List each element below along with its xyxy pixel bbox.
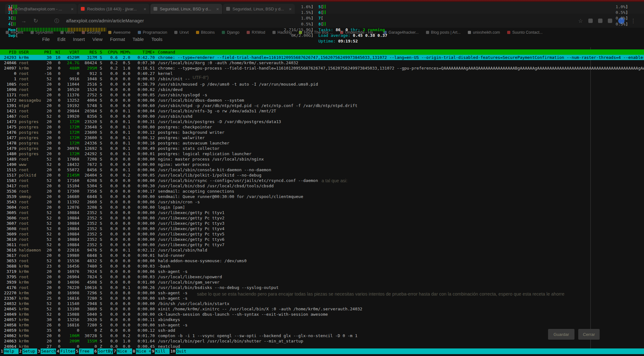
process-row[interactable]: 24059kr0m35000Z0.00.00:00.12ssh-add <box>0 328 644 333</box>
meter-bracket: [ <box>11 4 13 9</box>
process-row[interactable]: 3417root200151045304S0.00.00:00.30/usr/l… <box>0 183 644 189</box>
process-row[interactable]: 3609root520108842352S0.00.00:00.00/usr/l… <box>0 231 644 237</box>
process-row[interactable]: 1391ntpd200191925748S0.00.00:00.60/usr/s… <box>0 103 644 108</box>
process-row[interactable]: 24049kr0m520150885040S0.00.00:00.00ck-la… <box>0 312 644 317</box>
meter-bracket: ] <box>311 27 313 32</box>
process-row[interactable]: 1372messagebu200132524004S0.00.00:00.06/… <box>0 98 644 103</box>
process-row[interactable]: 24063kr0m200209M155MS0.01.00:01.64/usr/l… <box>0 338 644 344</box>
meter-3: 3[1.0%] <box>8 15 313 21</box>
meter-fill <box>13 10 18 14</box>
process-row[interactable]: 1421root2002984420384S0.00.10:00.04/usr/… <box>0 108 644 114</box>
process-row[interactable]: 1473postgres200172M23520S0.00.10:00.31/u… <box>0 119 644 124</box>
process-row[interactable]: 3539smmsp200166806848S0.00.00:00.00sendm… <box>0 194 644 199</box>
process-row[interactable]: 22270kr0m200169087296S0.00.00:00.00ssh-a… <box>0 290 644 296</box>
column-header-command[interactable]: Command <box>155 49 644 55</box>
process-row[interactable]: 3795root200269047824S0.00.00:00.03/usr/l… <box>0 274 644 280</box>
fkey-label: SortBy <box>98 348 113 354</box>
column-header-res[interactable]: RES <box>79 49 97 55</box>
process-row[interactable]: 1490www520184327672S0.00.00:00.00nginx: … <box>0 162 644 167</box>
fkey-label: Setup <box>22 348 37 354</box>
process-row[interactable]: 1root52099161048S0.00.00:00.03/sbin/init… <box>0 76 644 82</box>
tasks-sep: , <box>340 27 345 32</box>
process-row[interactable]: 23367kr0m250168167280S0.00.00:00.00ssh-a… <box>0 296 644 301</box>
fkey-kill[interactable]: 9Kill <box>151 348 170 354</box>
meter-bracket: ] <box>625 22 628 26</box>
fkey-setup[interactable]: 2Setup <box>19 348 37 354</box>
meter-track: 1.6% <box>13 4 311 9</box>
column-header-pri[interactable]: PRI <box>41 49 52 55</box>
process-row[interactable]: 1515root200550728456S0.00.10:00.06/usr/l… <box>0 167 644 172</box>
column-header-s[interactable]: S <box>97 49 105 55</box>
column-header-pid[interactable]: PID <box>0 49 16 55</box>
process-row[interactable]: 3543root200113922660S0.00.00:00.06/usr/s… <box>0 199 644 205</box>
column-header-time[interactable]: TIME+ <box>130 49 155 55</box>
process-row[interactable]: 24045kr0m520131003860S0.00.00:00.00xinit… <box>0 306 644 312</box>
uptime-line: Uptime: 09:19:52 <box>318 38 628 44</box>
process-row[interactable]: 1476postgres200172M23600S0.00.10:00.12po… <box>0 130 644 135</box>
meter-value: 0.5% <box>616 22 625 26</box>
process-row[interactable]: 1583root520171606208S0.00.00:00.00/usr/l… <box>0 178 644 183</box>
column-header-mem[interactable]: MEM% <box>118 49 130 55</box>
meter-2: 2[1.5%] <box>8 9 313 15</box>
process-row[interactable]: 1477postgres200172M23600S0.00.10:00.12po… <box>0 135 644 140</box>
process-row[interactable]: 1467root520199208356S0.00.00:00.00/usr/s… <box>0 114 644 119</box>
process-row[interactable]: 1171root200113762752S0.00.00:00.05/usr/s… <box>0 92 644 98</box>
process-row[interactable]: 3719kr0m200169767024S0.00.00:00.06ssh-ag… <box>0 269 644 274</box>
fkey-nice[interactable]: 8Nice + <box>132 348 151 354</box>
process-row[interactable]: 1098root200105201524S0.00.00:00.02/sbin/… <box>0 87 644 92</box>
fkey-nice[interactable]: 7Nice - <box>113 348 132 354</box>
process-row[interactable]: 3611root520108842352S0.00.00:00.00/usr/l… <box>0 242 644 247</box>
column-header-cpu[interactable]: CPU% <box>105 49 118 55</box>
process-row[interactable]: 3604root200120763208S0.00.00:00.00login … <box>0 205 644 210</box>
load-label: Load average: <box>318 33 353 38</box>
process-row[interactable]: 1085root200110442516S0.00.00:38.79/usr/s… <box>0 82 644 87</box>
process-row[interactable]: 24032kr0m520115402948S0.00.00:00.00/bin/… <box>0 301 644 306</box>
meter-label: 4 <box>8 22 11 26</box>
process-row[interactable]: 24058kr0m260168167280S0.00.00:00.00ssh-a… <box>0 322 644 328</box>
fkey-tree[interactable]: 5Tree <box>75 348 94 354</box>
process-row[interactable]: 3939kr0m200146964508S0.00.00:01.00/usr/l… <box>0 280 644 285</box>
process-row[interactable]: 3617root200199806848S0.00.00:00.01hald-r… <box>0 253 644 258</box>
process-row[interactable]: 3616haldaemon200228169476S0.00.10:02.12/… <box>0 247 644 253</box>
fkey-label: Kill <box>155 348 170 354</box>
fkey-filter[interactable]: 4Filter <box>56 348 75 354</box>
process-row[interactable]: 1517polkitd2002145M26404S0.00.20:00.05/u… <box>0 172 644 178</box>
tasks-label: Tasks: <box>318 27 336 32</box>
process-row[interactable]: 1475postgres200172M23648S0.00.10:00.00po… <box>0 124 644 130</box>
meter-label: 5 <box>318 4 321 9</box>
process-row[interactable]: 1480postgres200172M24292S0.00.10:00.01po… <box>0 151 644 156</box>
process-row[interactable]: 24062kr0m200106M30728S0.00.20:01.70compt… <box>0 333 644 338</box>
meter-fill <box>323 22 326 26</box>
fkey-quit[interactable]: 10Quit <box>170 348 191 354</box>
column-header-virt[interactable]: VIRT <box>60 49 79 55</box>
meter-bracket: ] <box>311 10 313 15</box>
screen: kr0m@alfaexploit.com - ...×Recibidos (18… <box>0 0 644 356</box>
process-row[interactable]: 24046root20024.7G80424S0.20.50:07.30/usr… <box>0 60 644 65</box>
column-header-user[interactable]: USER <box>16 49 41 55</box>
process-row[interactable]: 24097kr0m200488M295MS0.21.80:16.51chrome… <box>0 65 644 71</box>
process-row[interactable]: 3653root520155364832S0.00.00:00.00hald-a… <box>0 258 644 263</box>
fkey-help[interactable]: 1Help <box>0 348 19 354</box>
process-row[interactable]: 0root-1600912S0.00.00:40.27kernel <box>0 71 644 76</box>
process-row[interactable]: 4176root2007622010616S0.00.10:00.26/usr/… <box>0 285 644 290</box>
process-row[interactable]: 3607root520108842352S0.00.00:00.00/usr/l… <box>0 221 644 226</box>
column-header-ni[interactable]: NI <box>52 49 60 55</box>
fkey-search[interactable]: 3Search <box>37 348 56 354</box>
process-row[interactable]: 3605root520108842352S0.00.00:00.00/usr/l… <box>0 210 644 215</box>
process-row[interactable]: 24057kr0m300132563920S0.00.00:00.11xbind… <box>0 317 644 322</box>
meter-label: Mem <box>8 27 15 32</box>
fkey-number: 7 <box>113 348 117 354</box>
meter-1: 1[1.6%] <box>8 4 313 9</box>
fkey-sortby[interactable]: 6SortBy <box>94 348 113 354</box>
process-row[interactable]: 1478postgres200172M24336S0.00.10:00.16po… <box>0 140 644 146</box>
meter-column-right-meters: 5[1.0%]6[0.5%]7[0.0%]8[0.5%] <box>318 4 628 27</box>
process-row[interactable]: 1489root520178687208S0.00.00:00.00nginx:… <box>0 156 644 162</box>
process-row[interactable]: 3610root520108842352S0.00.00:00.00/usr/l… <box>0 237 644 242</box>
process-row[interactable]: 3688kr0m230164567480S0.00.00:00.03-bash <box>0 263 644 269</box>
fkey-number: 3 <box>37 348 41 354</box>
process-row[interactable]: 24293kr0m30104529M317MS0.62.00:42.70chro… <box>0 55 644 60</box>
process-row[interactable]: 3536root200173007356S0.00.00:00.17sendma… <box>0 189 644 194</box>
process-row[interactable]: 1479postgres2003097612692S0.00.10:00.49p… <box>0 146 644 151</box>
process-row[interactable]: 3606root520108842352S0.00.00:00.00/usr/l… <box>0 215 644 221</box>
process-row[interactable]: 3608root520108842352S0.00.00:00.00/usr/l… <box>0 226 644 231</box>
